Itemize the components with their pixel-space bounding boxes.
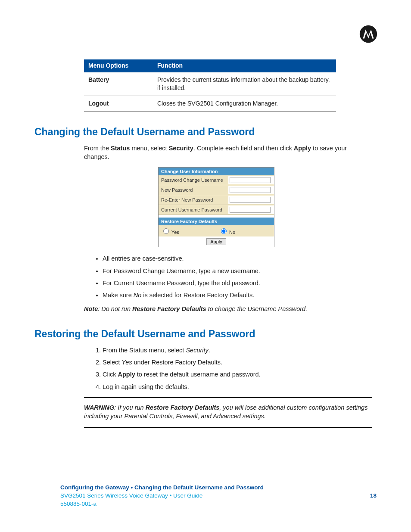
list-item: Log in again using the defaults.	[103, 383, 372, 391]
form-header-change: Change User Information	[159, 168, 274, 175]
breadcrumb: Configuring the Gateway • Changing the D…	[60, 484, 377, 491]
label-current-password: Current Username Password	[159, 205, 228, 215]
page-number: 18	[370, 492, 377, 499]
form-row: Re-Enter New Password	[159, 195, 274, 205]
heading-restore-password: Restoring the Default Username and Passw…	[34, 328, 372, 340]
restore-radio-row: Yes No	[159, 225, 274, 236]
row-key: Logout	[84, 96, 153, 111]
list-item: Make sure No is selected for Restore Fac…	[103, 291, 372, 299]
intro-paragraph: From the Status menu, select Security. C…	[84, 144, 372, 162]
list-item: From the Status menu, select Security.	[103, 346, 372, 355]
col-header-options: Menu Options	[84, 59, 153, 72]
radio-label-yes: Yes	[171, 230, 179, 235]
change-user-form: Change User Information Password Change …	[158, 167, 274, 247]
guide-title: SVG2501 Series Wireless Voice Gateway • …	[60, 492, 202, 499]
motorola-logo-icon	[359, 25, 377, 43]
form-row: New Password	[159, 185, 274, 195]
list-item: Click Apply to reset the default usernam…	[103, 370, 372, 379]
label-username: Password Change Username	[159, 175, 228, 185]
new-password-input[interactable]	[230, 187, 271, 193]
username-input[interactable]	[230, 177, 271, 183]
radio-label-no: No	[229, 230, 235, 235]
list-item: All entries are case-sensitive.	[103, 254, 372, 263]
form-row: Current Username Password	[159, 205, 274, 215]
apply-button[interactable]: Apply	[206, 238, 226, 245]
heading-change-password: Changing the Default Username and Passwo…	[34, 126, 372, 138]
divider	[84, 397, 372, 398]
note-paragraph: Note: Do not run Restore Factory Default…	[84, 305, 372, 313]
warning-paragraph: WARNING: If you run Restore Factory Defa…	[84, 403, 372, 421]
form-header-restore: Restore Factory Defaults	[159, 218, 274, 225]
list-item: Select Yes under Restore Factory Default…	[103, 358, 372, 367]
current-password-input[interactable]	[230, 207, 271, 213]
table-row: Logout Closes the SVG2501 Configuration …	[84, 96, 336, 111]
form-row: Password Change Username	[159, 175, 274, 185]
divider	[84, 427, 372, 428]
label-reenter-password: Re-Enter New Password	[159, 195, 228, 205]
list-item: For Current Username Password, type the …	[103, 279, 372, 287]
row-val: Closes the SVG2501 Configuration Manager…	[153, 96, 336, 111]
reenter-password-input[interactable]	[230, 197, 271, 203]
row-key: Battery	[84, 72, 153, 96]
row-val: Provides the current status information …	[153, 72, 336, 96]
bullet-list: All entries are case-sensitive. For Pass…	[95, 254, 372, 299]
restore-yes-radio[interactable]	[163, 228, 169, 234]
svg-point-0	[360, 25, 377, 43]
content-area: Menu Options Function Battery Provides t…	[60, 26, 372, 428]
page: Menu Options Function Battery Provides t…	[0, 0, 411, 532]
list-item: For Password Change Username, type a new…	[103, 267, 372, 275]
numbered-list: From the Status menu, select Security. S…	[95, 346, 372, 391]
table-row: Battery Provides the current status info…	[84, 72, 336, 96]
doc-number: 550885-001-a	[60, 501, 377, 507]
menu-options-table: Menu Options Function Battery Provides t…	[84, 59, 336, 112]
page-footer: Configuring the Gateway • Changing the D…	[60, 484, 377, 507]
label-new-password: New Password	[159, 185, 228, 195]
col-header-function: Function	[153, 59, 336, 72]
restore-no-radio[interactable]	[221, 228, 227, 234]
